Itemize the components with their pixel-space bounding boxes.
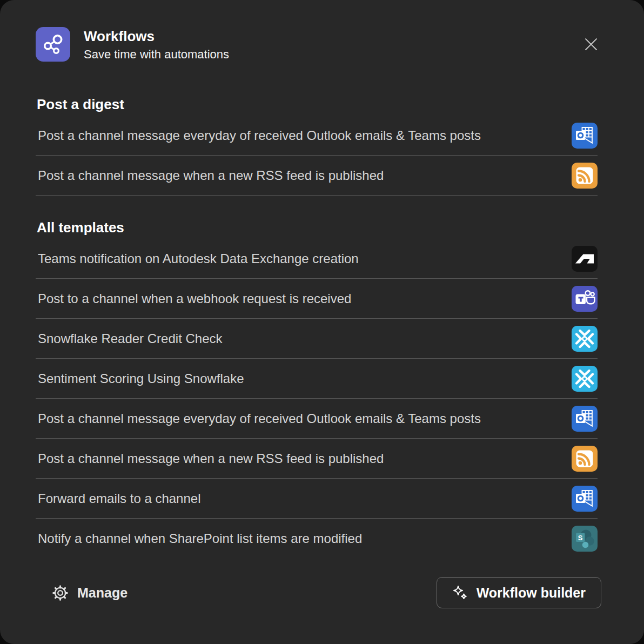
template-row[interactable]: Post a channel message when a new RSS fe… <box>36 439 598 479</box>
close-button[interactable] <box>580 33 602 55</box>
template-row[interactable]: Forward emails to a channel <box>36 479 598 519</box>
teams-icon <box>572 286 598 312</box>
template-label: Post to a channel when a webhook request… <box>36 291 351 306</box>
template-label: Sentiment Scoring Using Snowflake <box>36 371 244 386</box>
rss-icon <box>572 163 598 189</box>
template-row[interactable]: Teams notification on Autodesk Data Exch… <box>36 239 598 279</box>
gear-icon <box>52 585 69 601</box>
template-label: Post a channel message everyday of recei… <box>36 128 481 143</box>
template-row[interactable]: Notify a channel when SharePoint list it… <box>36 519 598 559</box>
template-label: Teams notification on Autodesk Data Exch… <box>36 251 359 266</box>
rss-icon <box>572 446 598 472</box>
close-icon <box>583 36 599 52</box>
sections: Post a digest Post a channel message eve… <box>0 62 644 559</box>
workflows-dialog: Workflows Save time with automations Pos… <box>0 0 644 644</box>
outlook-icon <box>572 406 598 432</box>
template-label: Snowflake Reader Credit Check <box>36 331 223 346</box>
dialog-title: Workflows <box>84 28 229 44</box>
template-label: Forward emails to a channel <box>36 491 200 506</box>
workflow-builder-button[interactable]: Workflow builder <box>437 577 601 608</box>
sparkle-icon <box>452 585 468 601</box>
snowflake-icon <box>572 366 598 392</box>
dialog-subtitle: Save time with automations <box>84 48 229 62</box>
autodesk-icon <box>572 246 598 272</box>
manage-label: Manage <box>77 585 128 601</box>
section-list: Teams notification on Autodesk Data Exch… <box>36 239 598 559</box>
section-title: Post a digest <box>37 95 598 113</box>
template-row[interactable]: Snowflake Reader Credit Check <box>36 319 598 359</box>
template-section: All templates Teams notification on Auto… <box>36 218 598 559</box>
template-label: Post a channel message when a new RSS fe… <box>36 168 384 183</box>
template-row[interactable]: Post a channel message everyday of recei… <box>36 116 598 156</box>
template-row[interactable]: Sentiment Scoring Using Snowflake <box>36 359 598 399</box>
header-text: Workflows Save time with automations <box>84 27 229 62</box>
section-title: All templates <box>37 218 598 237</box>
template-section: Post a digest Post a channel message eve… <box>36 95 598 196</box>
dialog-header: Workflows Save time with automations <box>0 0 644 62</box>
template-row[interactable]: Post a channel message everyday of recei… <box>36 399 598 439</box>
template-row[interactable]: Post to a channel when a webhook request… <box>36 279 598 319</box>
manage-button[interactable]: Manage <box>52 585 128 601</box>
outlook-icon <box>572 123 598 149</box>
workflows-app-icon <box>36 27 70 62</box>
snowflake-icon <box>572 326 598 352</box>
workflow-builder-label: Workflow builder <box>477 585 586 601</box>
outlook-icon <box>572 486 598 512</box>
dialog-footer: Manage Workflow builder <box>0 577 644 608</box>
template-label: Notify a channel when SharePoint list it… <box>36 531 362 546</box>
template-label: Post a channel message everyday of recei… <box>36 411 481 426</box>
template-row[interactable]: Post a channel message when a new RSS fe… <box>36 156 598 196</box>
section-list: Post a channel message everyday of recei… <box>36 116 598 196</box>
sharepoint-icon: S <box>572 526 598 552</box>
template-label: Post a channel message when a new RSS fe… <box>36 451 384 466</box>
svg-text:S: S <box>578 534 583 542</box>
